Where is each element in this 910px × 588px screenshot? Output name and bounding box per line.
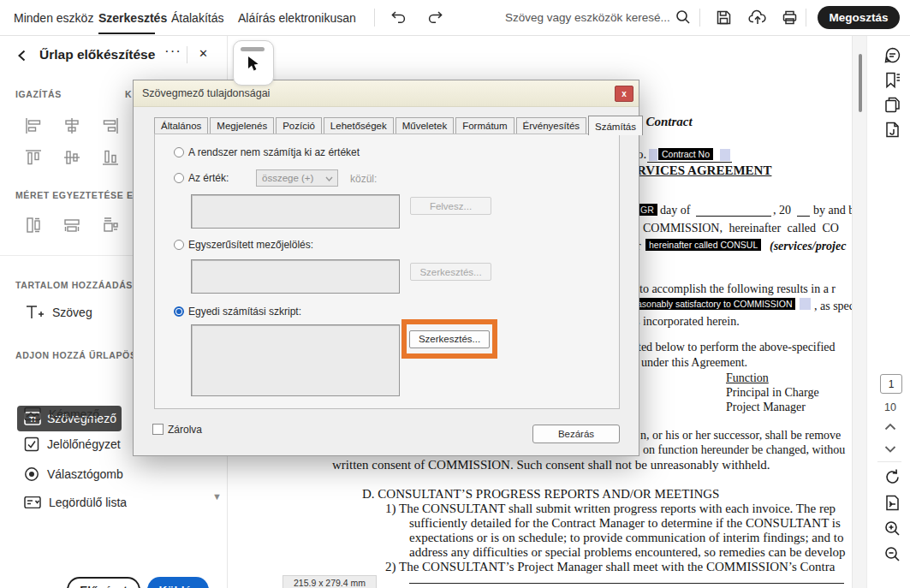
align-middle-vertical-icon[interactable] (62, 148, 81, 167)
image-field-icon (24, 407, 41, 421)
text-field-properties-dialog: Szövegmező tulajdonságai x Általános Meg… (133, 80, 639, 456)
locked-checkbox[interactable] (152, 424, 164, 435)
pick-button[interactable]: Felvesz... (410, 197, 491, 215)
operation-select[interactable]: összege (+) (256, 169, 338, 187)
rotate-icon[interactable] (883, 468, 901, 486)
scroll-more-icon[interactable]: ▼ (212, 491, 222, 502)
radio-custom-script-label: Egyedi számítási szkript: (188, 306, 301, 318)
page-footer-rule (409, 583, 844, 584)
scrollbar-thumb[interactable] (859, 54, 862, 112)
app-window: Minden eszköz Szerkesztés Átalakítás Alá… (0, 0, 910, 588)
edit-simplified-button[interactable]: Szerkesztés... (410, 263, 491, 281)
align-left-icon[interactable] (24, 116, 43, 135)
tab-options[interactable]: Lehetőségek (324, 117, 394, 134)
attachments-icon[interactable] (883, 121, 901, 139)
align-top-icon[interactable] (24, 148, 43, 167)
match-both-icon[interactable] (101, 216, 120, 235)
tab-validate[interactable]: Érvényesítés (516, 117, 586, 134)
sidebar-item-radio-button[interactable]: Választógomb (24, 466, 123, 482)
undo-icon[interactable] (390, 9, 407, 27)
active-menu-underline (98, 33, 155, 34)
dialog-close-button[interactable]: x (615, 86, 633, 102)
vertical-scrollbar[interactable] (852, 35, 867, 588)
tab-calculate[interactable]: Számítás (588, 116, 643, 135)
bookmarks-icon[interactable] (883, 71, 901, 89)
upload-cloud-icon[interactable] (748, 9, 766, 27)
content-section-heading: TARTALOM HOZZÁADÁSA (15, 280, 140, 290)
fields-list-box (191, 194, 400, 229)
sidebar-item-label: Képmező (49, 407, 99, 421)
menu-all-tools[interactable]: Minden eszköz (14, 11, 93, 25)
sidebar-item-label: Legördülő lista (49, 496, 127, 508)
zoom-in-icon[interactable] (883, 520, 901, 538)
chevron-down-icon[interactable] (883, 444, 901, 462)
more-options-icon[interactable]: ··· (164, 43, 181, 60)
edit-script-button[interactable]: Szerkesztés... (409, 330, 490, 348)
page-size-status: 215.9 x 279.4 mm (283, 575, 377, 588)
calculate-tab-panel: A rendszer nem számítja ki az értéket Az… (154, 134, 620, 409)
text-tool-label: Szöveg (52, 306, 92, 319)
custom-script-box[interactable] (191, 324, 400, 396)
tab-position[interactable]: Pozíció (276, 117, 322, 134)
toolbar-divider (699, 9, 700, 27)
close-panel-icon[interactable]: ✕ (199, 47, 208, 60)
menu-esign[interactable]: Aláírás elektronikusan (238, 11, 356, 25)
right-tool-rail: 1 10 (866, 35, 910, 588)
toolbar-drag-handle[interactable] (241, 47, 265, 51)
add-text-tool[interactable]: Szöveg (24, 303, 92, 322)
dialog-titlebar[interactable]: Szövegmező tulajdonságai x (134, 80, 639, 107)
panel-divider (187, 46, 187, 63)
radio-value-is[interactable] (174, 173, 184, 183)
menu-edit[interactable]: Szerkesztés (98, 11, 167, 25)
sidebar-item-dropdown[interactable]: Legördülő lista (24, 496, 127, 508)
zoom-out-icon[interactable] (883, 545, 901, 563)
preview-button[interactable]: Előnézet (67, 577, 140, 588)
panel-title: Űrlap előkészítése (39, 47, 155, 62)
radio-simplified-notation-label: Egyszerűsített mezőjelölés: (188, 239, 313, 251)
print-icon[interactable] (781, 9, 799, 27)
tab-appearance[interactable]: Megjelenés (210, 117, 274, 134)
size-section-heading: MÉRET EGYEZTETÉSE (15, 190, 123, 200)
locked-label: Zárolva (168, 424, 202, 436)
sidebar-item-checkbox[interactable]: Jelölőnégyzet (24, 437, 121, 452)
fit-page-icon[interactable] (883, 494, 901, 512)
align-section-heading: IGAZÍTÁS (15, 89, 62, 99)
align-bottom-icon[interactable] (101, 148, 120, 167)
toolbar-divider (806, 9, 806, 27)
simplified-notation-box (191, 259, 400, 294)
align-right-icon[interactable] (101, 116, 120, 135)
comments-icon[interactable] (883, 46, 901, 64)
select-cursor-icon[interactable] (247, 56, 260, 72)
search-input[interactable]: Szöveg vagy eszközök keresé... (505, 11, 672, 24)
radio-value-is-label: Az érték: (188, 172, 229, 184)
radio-simplified-notation[interactable] (174, 240, 184, 250)
menu-convert[interactable]: Átalakítás (171, 11, 223, 25)
checkbox-field-icon (24, 437, 39, 452)
tab-actions[interactable]: Műveletek (396, 117, 454, 134)
sidebar-item-image-field[interactable]: Képmező (24, 407, 99, 421)
page-thumbnails-icon[interactable] (883, 96, 901, 114)
align-center-horizontal-icon[interactable] (62, 116, 81, 135)
close-dialog-button[interactable]: Bezárás (532, 425, 620, 443)
save-icon[interactable] (715, 9, 733, 27)
of-fields-label: közül: (350, 173, 377, 185)
back-icon[interactable] (15, 49, 29, 62)
share-button[interactable]: Megosztás (818, 6, 900, 29)
current-page-input[interactable]: 1 (880, 374, 902, 394)
chevron-up-icon[interactable] (883, 422, 901, 440)
align-section-heading-fragment: K (125, 89, 132, 99)
floating-quick-toolbar[interactable] (233, 40, 274, 86)
match-height-icon[interactable] (24, 216, 43, 235)
tab-general[interactable]: Általános (154, 117, 208, 134)
radio-no-calculation[interactable] (174, 147, 184, 157)
radio-custom-script[interactable] (174, 306, 184, 317)
redo-icon[interactable] (426, 9, 444, 27)
dropdown-field-icon (24, 496, 41, 508)
send-button[interactable]: Küldés (147, 577, 209, 588)
total-pages-label: 10 (884, 401, 896, 413)
sidebar-item-label: Jelölőnégyzet (47, 437, 121, 451)
tutorial-highlight-box: Szerkesztés... (401, 319, 497, 359)
match-width-icon[interactable] (62, 216, 81, 235)
tab-format[interactable]: Formátum (455, 117, 514, 134)
search-icon[interactable] (675, 9, 693, 27)
